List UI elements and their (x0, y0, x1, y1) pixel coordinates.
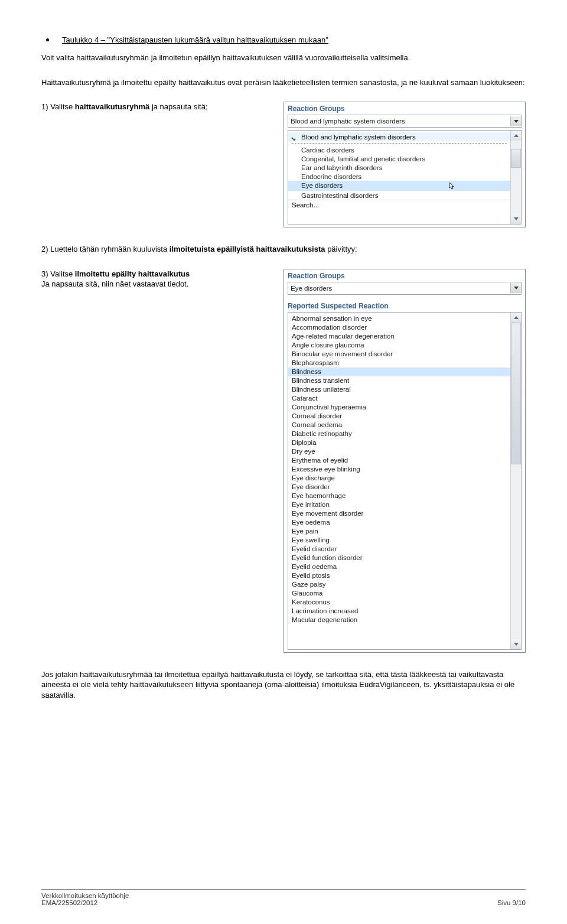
list-item[interactable]: Blindness transient (288, 376, 510, 385)
list-items-column: Blood and lymphatic system disorders Car… (288, 131, 510, 224)
list-item[interactable]: Gastrointestinal disorders (288, 191, 510, 200)
step1-suffix: ja napsauta sitä; (149, 102, 207, 111)
reaction-group-select-value: Blood and lymphatic system disorders (288, 118, 405, 125)
step1-prefix: 1) Valitse (41, 102, 75, 111)
scrollbar[interactable] (510, 131, 521, 224)
step-3-row: 3) Valitse ilmoitettu epäilty haittavaik… (41, 269, 526, 653)
intro-paragraph-2: Haittavaikutusryhmä ja ilmoitettu epäilt… (41, 77, 526, 88)
reaction-group-select[interactable]: Blood and lymphatic system disorders (288, 115, 522, 128)
list-item[interactable]: Cardiac disorders (288, 145, 510, 154)
list-item[interactable]: Binocular eye movement disorder (288, 350, 510, 359)
footer-right: Sivu 9/10 (497, 899, 526, 906)
page-footer: Verkkoilmoituksen käyttöohje EMA/225502/… (41, 889, 526, 906)
list-item[interactable]: Eye irritation (288, 500, 510, 509)
list-item[interactable]: Corneal oedema (288, 421, 510, 430)
dropdown-button-2[interactable] (510, 283, 521, 293)
list-item[interactable]: Lacrimation increased (288, 607, 510, 616)
list-item[interactable]: Gaze palsy (288, 580, 510, 589)
chevron-up-icon (514, 316, 519, 319)
checked-item-label: Blood and lymphatic system disorders (301, 134, 416, 141)
list-item[interactable]: Blindness unilateral (288, 385, 510, 394)
reaction-group-select-2[interactable]: Eye disorders (288, 282, 522, 295)
list-item[interactable]: Eyelid disorder (288, 545, 510, 554)
heading-text: Taulukko 4 – "Yksittäistapausten lukumää… (62, 35, 328, 44)
search-row[interactable]: Search... (288, 200, 510, 210)
reaction-group-listbox[interactable]: Blood and lymphatic system disorders Car… (288, 130, 522, 225)
list-item[interactable]: Glaucoma (288, 589, 510, 598)
footer-divider (41, 889, 526, 890)
scroll-track[interactable] (511, 141, 521, 214)
step3-line2: Ja napsauta sitä, niin näet vastaavat ti… (41, 279, 273, 289)
footer-left-line2: EMA/225502/2012 (41, 899, 129, 906)
divider (292, 143, 507, 144)
step3-bold: ilmoitettu epäilty haittavaikutus (75, 269, 190, 278)
step-2-text: 2) Luettelo tähän ryhmään kuuluvista ilm… (41, 244, 526, 255)
list-item[interactable]: Keratoconus (288, 598, 510, 607)
suspected-reaction-listbox[interactable]: Abnormal sensation in eyeAccommodation d… (288, 312, 522, 650)
scroll-up-button[interactable] (511, 131, 521, 141)
list-item[interactable]: Erythema of eyelid (288, 456, 510, 465)
scroll-thumb-2[interactable] (511, 323, 521, 464)
list-item[interactable]: Eye movement disorder (288, 509, 510, 518)
list-item[interactable]: Eyelid ptosis (288, 571, 510, 580)
list-item[interactable]: Eyelid function disorder (288, 554, 510, 562)
dropdown-button[interactable] (510, 116, 521, 126)
chevron-down-icon (514, 643, 519, 646)
step1-ui-panel: Reaction Groups Blood and lymphatic syst… (284, 102, 526, 227)
chevron-down-icon (514, 217, 519, 220)
scroll-track-2[interactable] (511, 323, 521, 639)
scroll-down-button[interactable] (511, 214, 521, 224)
scroll-down-button-2[interactable] (511, 639, 521, 649)
scroll-up-button-2[interactable] (511, 313, 521, 323)
list-item[interactable]: Eye discharge (288, 474, 510, 483)
checkmark-icon (292, 134, 299, 141)
step3-ui-panel: Reaction Groups Eye disorders Reported S… (284, 269, 526, 653)
list-item[interactable]: Cataract (288, 394, 510, 403)
list-item[interactable]: Eye pain (288, 527, 510, 536)
step-3-text: 3) Valitse ilmoitettu epäilty haittavaik… (41, 269, 284, 289)
step2-suffix: päivittyy; (325, 245, 357, 253)
list-item[interactable]: Abnormal sensation in eye (288, 314, 510, 323)
list-item[interactable]: Excessive eye blinking (288, 465, 510, 474)
cursor-icon (449, 182, 456, 190)
scrollbar-2[interactable] (510, 313, 521, 649)
suspected-reaction-label: Reported Suspected Reaction (284, 297, 525, 312)
heading-bullet-row: Taulukko 4 – "Yksittäistapausten lukumää… (41, 35, 526, 44)
list-item[interactable]: Diplopia (288, 438, 510, 447)
list-item[interactable]: Angle closure glaucoma (288, 341, 510, 350)
list-item[interactable]: Eye disorders (288, 181, 510, 191)
list-item[interactable]: Age-related macular degeneration (288, 332, 510, 341)
footer-left: Verkkoilmoituksen käyttöohje EMA/225502/… (41, 892, 129, 906)
chevron-up-icon (514, 134, 519, 137)
step2-bold: ilmoitetuista epäillyistä haittavaikutuk… (170, 245, 325, 253)
list-item[interactable]: Endocrine disorders (288, 172, 510, 181)
step3-prefix: 3) Valitse (41, 269, 75, 278)
list-item[interactable]: Eye oedema (288, 518, 510, 527)
reaction-groups-label: Reaction Groups (284, 102, 525, 115)
list-item[interactable]: Diabetic retinopathy (288, 430, 510, 438)
list-item[interactable]: Macular degeneration (288, 616, 510, 624)
list-item[interactable]: Accommodation disorder (288, 323, 510, 332)
list-item[interactable]: Conjunctival hyperaemia (288, 403, 510, 412)
list-item[interactable]: Blepharospasm (288, 359, 510, 367)
intro-paragraph-1: Voit valita haittavaikutusryhmän ja ilmo… (41, 53, 526, 63)
list-item[interactable]: Eye disorder (288, 483, 510, 492)
scroll-thumb[interactable] (511, 149, 521, 168)
list-item[interactable]: Eye haemorrhage (288, 492, 510, 500)
step-1-text: 1) Valitse haittavaikutusryhmä ja napsau… (41, 102, 284, 112)
reaction-group-select-value-2: Eye disorders (288, 285, 332, 292)
list-item[interactable]: Blindness (288, 367, 510, 376)
list-item[interactable]: Eyelid oedema (288, 562, 510, 571)
footer-left-line1: Verkkoilmoituksen käyttöohje (41, 892, 129, 899)
chevron-down-icon (514, 287, 519, 289)
step1-bold: haittavaikutusryhmä (75, 102, 149, 111)
list-item[interactable]: Congenital, familial and genetic disorde… (288, 154, 510, 163)
bullet-icon (46, 38, 49, 41)
step2-prefix: 2) Luettelo tähän ryhmään kuuluvista (41, 245, 170, 253)
list-item[interactable]: Ear and labyrinth disorders (288, 163, 510, 172)
closing-paragraph: Jos jotakin haittavaikutusryhmää tai ilm… (41, 669, 526, 701)
list-item[interactable]: Dry eye (288, 447, 510, 456)
checked-list-item[interactable]: Blood and lymphatic system disorders (288, 132, 510, 141)
list-item[interactable]: Corneal disorder (288, 412, 510, 421)
list-item[interactable]: Eye swelling (288, 536, 510, 545)
